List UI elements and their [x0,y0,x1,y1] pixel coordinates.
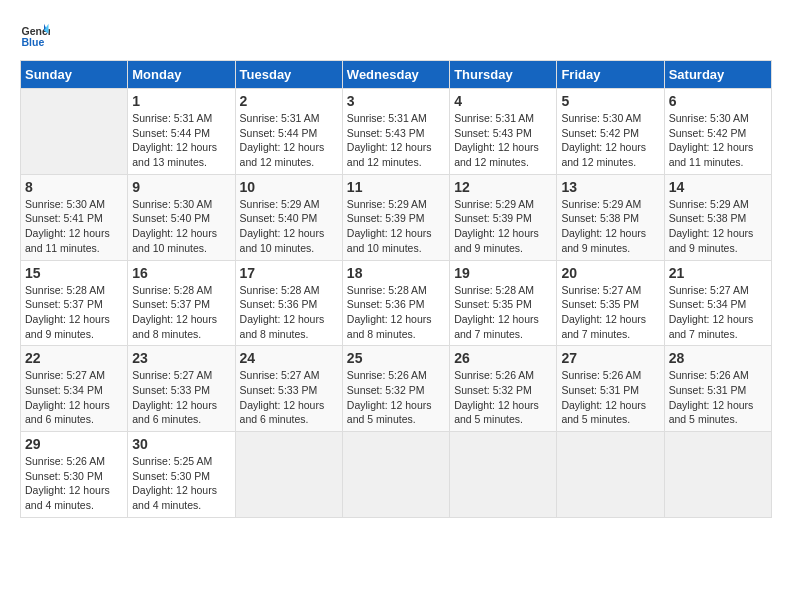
calendar-cell: 9Sunrise: 5:30 AM Sunset: 5:40 PM Daylig… [128,174,235,260]
day-number: 28 [669,350,767,366]
day-info: Sunrise: 5:27 AM Sunset: 5:33 PM Dayligh… [132,368,230,427]
day-number: 22 [25,350,123,366]
calendar-cell [450,432,557,518]
day-info: Sunrise: 5:30 AM Sunset: 5:40 PM Dayligh… [132,197,230,256]
day-info: Sunrise: 5:29 AM Sunset: 5:38 PM Dayligh… [669,197,767,256]
calendar-body: 1Sunrise: 5:31 AM Sunset: 5:44 PM Daylig… [21,89,772,518]
day-number: 30 [132,436,230,452]
day-info: Sunrise: 5:27 AM Sunset: 5:34 PM Dayligh… [669,283,767,342]
calendar-cell: 28Sunrise: 5:26 AM Sunset: 5:31 PM Dayli… [664,346,771,432]
day-number: 21 [669,265,767,281]
day-info: Sunrise: 5:27 AM Sunset: 5:34 PM Dayligh… [25,368,123,427]
calendar-week-row: 22Sunrise: 5:27 AM Sunset: 5:34 PM Dayli… [21,346,772,432]
calendar-week-row: 1Sunrise: 5:31 AM Sunset: 5:44 PM Daylig… [21,89,772,175]
day-number: 18 [347,265,445,281]
day-info: Sunrise: 5:25 AM Sunset: 5:30 PM Dayligh… [132,454,230,513]
day-info: Sunrise: 5:28 AM Sunset: 5:36 PM Dayligh… [240,283,338,342]
logo-icon: General Blue [20,20,50,50]
calendar-cell: 17Sunrise: 5:28 AM Sunset: 5:36 PM Dayli… [235,260,342,346]
day-number: 14 [669,179,767,195]
day-header-tuesday: Tuesday [235,61,342,89]
day-info: Sunrise: 5:26 AM Sunset: 5:30 PM Dayligh… [25,454,123,513]
calendar-header-row: SundayMondayTuesdayWednesdayThursdayFrid… [21,61,772,89]
day-number: 1 [132,93,230,109]
day-info: Sunrise: 5:31 AM Sunset: 5:44 PM Dayligh… [240,111,338,170]
calendar-cell: 1Sunrise: 5:31 AM Sunset: 5:44 PM Daylig… [128,89,235,175]
day-number: 4 [454,93,552,109]
day-number: 16 [132,265,230,281]
calendar-cell: 27Sunrise: 5:26 AM Sunset: 5:31 PM Dayli… [557,346,664,432]
calendar-cell [342,432,449,518]
calendar-cell: 11Sunrise: 5:29 AM Sunset: 5:39 PM Dayli… [342,174,449,260]
day-info: Sunrise: 5:31 AM Sunset: 5:43 PM Dayligh… [454,111,552,170]
calendar-cell [21,89,128,175]
calendar-cell: 15Sunrise: 5:28 AM Sunset: 5:37 PM Dayli… [21,260,128,346]
day-number: 2 [240,93,338,109]
calendar-cell [664,432,771,518]
day-number: 29 [25,436,123,452]
day-number: 11 [347,179,445,195]
day-info: Sunrise: 5:26 AM Sunset: 5:32 PM Dayligh… [454,368,552,427]
day-info: Sunrise: 5:29 AM Sunset: 5:38 PM Dayligh… [561,197,659,256]
day-info: Sunrise: 5:28 AM Sunset: 5:37 PM Dayligh… [25,283,123,342]
day-info: Sunrise: 5:30 AM Sunset: 5:41 PM Dayligh… [25,197,123,256]
day-info: Sunrise: 5:29 AM Sunset: 5:40 PM Dayligh… [240,197,338,256]
calendar-cell [557,432,664,518]
day-info: Sunrise: 5:27 AM Sunset: 5:33 PM Dayligh… [240,368,338,427]
calendar-cell: 21Sunrise: 5:27 AM Sunset: 5:34 PM Dayli… [664,260,771,346]
calendar-cell: 20Sunrise: 5:27 AM Sunset: 5:35 PM Dayli… [557,260,664,346]
calendar-cell: 23Sunrise: 5:27 AM Sunset: 5:33 PM Dayli… [128,346,235,432]
calendar-cell: 12Sunrise: 5:29 AM Sunset: 5:39 PM Dayli… [450,174,557,260]
day-info: Sunrise: 5:31 AM Sunset: 5:44 PM Dayligh… [132,111,230,170]
day-info: Sunrise: 5:29 AM Sunset: 5:39 PM Dayligh… [347,197,445,256]
day-info: Sunrise: 5:28 AM Sunset: 5:36 PM Dayligh… [347,283,445,342]
day-info: Sunrise: 5:30 AM Sunset: 5:42 PM Dayligh… [561,111,659,170]
day-number: 12 [454,179,552,195]
calendar-cell: 16Sunrise: 5:28 AM Sunset: 5:37 PM Dayli… [128,260,235,346]
calendar-cell: 8Sunrise: 5:30 AM Sunset: 5:41 PM Daylig… [21,174,128,260]
day-header-friday: Friday [557,61,664,89]
calendar-cell: 14Sunrise: 5:29 AM Sunset: 5:38 PM Dayli… [664,174,771,260]
svg-text:Blue: Blue [22,36,45,48]
day-number: 5 [561,93,659,109]
calendar-cell: 24Sunrise: 5:27 AM Sunset: 5:33 PM Dayli… [235,346,342,432]
calendar-cell: 18Sunrise: 5:28 AM Sunset: 5:36 PM Dayli… [342,260,449,346]
day-number: 20 [561,265,659,281]
day-info: Sunrise: 5:30 AM Sunset: 5:42 PM Dayligh… [669,111,767,170]
day-header-saturday: Saturday [664,61,771,89]
day-number: 27 [561,350,659,366]
day-number: 15 [25,265,123,281]
calendar-week-row: 29Sunrise: 5:26 AM Sunset: 5:30 PM Dayli… [21,432,772,518]
calendar-cell: 30Sunrise: 5:25 AM Sunset: 5:30 PM Dayli… [128,432,235,518]
day-info: Sunrise: 5:26 AM Sunset: 5:31 PM Dayligh… [561,368,659,427]
calendar-table: SundayMondayTuesdayWednesdayThursdayFrid… [20,60,772,518]
day-info: Sunrise: 5:28 AM Sunset: 5:37 PM Dayligh… [132,283,230,342]
day-number: 8 [25,179,123,195]
calendar-cell: 19Sunrise: 5:28 AM Sunset: 5:35 PM Dayli… [450,260,557,346]
calendar-cell: 29Sunrise: 5:26 AM Sunset: 5:30 PM Dayli… [21,432,128,518]
logo: General Blue [20,20,54,50]
day-number: 6 [669,93,767,109]
day-number: 3 [347,93,445,109]
calendar-week-row: 15Sunrise: 5:28 AM Sunset: 5:37 PM Dayli… [21,260,772,346]
day-info: Sunrise: 5:28 AM Sunset: 5:35 PM Dayligh… [454,283,552,342]
day-number: 10 [240,179,338,195]
day-number: 26 [454,350,552,366]
day-number: 19 [454,265,552,281]
day-info: Sunrise: 5:26 AM Sunset: 5:32 PM Dayligh… [347,368,445,427]
day-number: 23 [132,350,230,366]
day-header-thursday: Thursday [450,61,557,89]
calendar-cell: 25Sunrise: 5:26 AM Sunset: 5:32 PM Dayli… [342,346,449,432]
day-number: 13 [561,179,659,195]
day-info: Sunrise: 5:27 AM Sunset: 5:35 PM Dayligh… [561,283,659,342]
day-info: Sunrise: 5:29 AM Sunset: 5:39 PM Dayligh… [454,197,552,256]
calendar-cell: 5Sunrise: 5:30 AM Sunset: 5:42 PM Daylig… [557,89,664,175]
day-header-sunday: Sunday [21,61,128,89]
day-header-wednesday: Wednesday [342,61,449,89]
day-number: 17 [240,265,338,281]
day-number: 25 [347,350,445,366]
day-number: 24 [240,350,338,366]
calendar-cell: 10Sunrise: 5:29 AM Sunset: 5:40 PM Dayli… [235,174,342,260]
calendar-cell [235,432,342,518]
calendar-cell: 6Sunrise: 5:30 AM Sunset: 5:42 PM Daylig… [664,89,771,175]
